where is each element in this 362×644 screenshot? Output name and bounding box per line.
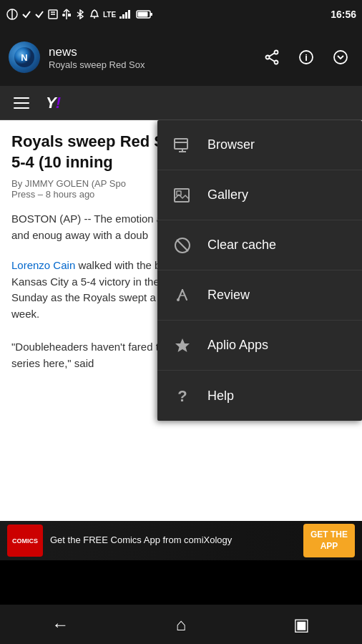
ad-button-line1: GET THE: [310, 530, 348, 541]
hamburger-line-2: [14, 102, 29, 104]
svg-rect-9: [68, 14, 71, 16]
app-name: news: [49, 45, 250, 59]
lte-badge: LTE: [103, 11, 116, 19]
menu-item-review[interactable]: Review: [157, 270, 362, 321]
svg-line-34: [177, 240, 188, 251]
svg-line-36: [182, 290, 187, 300]
check-icon-2: [34, 9, 44, 19]
file-icon: [47, 9, 59, 19]
usb-icon: [62, 9, 72, 20]
menu-label-browser: Browser: [207, 137, 255, 152]
menu-item-help[interactable]: ? Help: [157, 371, 362, 421]
review-icon: [172, 285, 193, 306]
menu-label-clear-cache: Clear cache: [207, 238, 276, 253]
svg-rect-28: [175, 139, 187, 149]
svg-text:i: i: [305, 52, 308, 63]
app-icon: N: [9, 42, 40, 73]
signal-icon: [6, 9, 19, 20]
svg-line-35: [178, 290, 182, 300]
signal-bars-icon: [119, 9, 133, 19]
menu-item-clear-cache[interactable]: Clear cache: [157, 220, 362, 270]
gallery-icon: [172, 185, 193, 206]
nav-bar: Y!: [0, 86, 362, 120]
ad-button-line2: APP: [310, 541, 348, 552]
browser-icon: [172, 135, 193, 156]
article-link-lorenzo[interactable]: Lorenzo Cain: [11, 259, 75, 271]
svg-rect-11: [119, 16, 122, 19]
svg-point-8: [62, 14, 65, 16]
svg-rect-14: [128, 10, 130, 19]
ad-banner[interactable]: COMICS Get the FREE Comics App from comi…: [0, 521, 362, 560]
hamburger-menu[interactable]: [9, 90, 34, 116]
aplio-apps-icon: [172, 335, 193, 356]
app-bar-actions: i: [259, 44, 353, 70]
check-icon-1: [21, 9, 31, 19]
status-bar: LTE 16:56: [0, 0, 362, 29]
svg-point-38: [177, 298, 180, 301]
yahoo-logo: Y!: [46, 94, 60, 112]
notification-icon: [89, 9, 100, 19]
bluetooth-icon: [74, 9, 86, 19]
menu-label-help: Help: [207, 389, 234, 404]
clear-cache-icon: [172, 235, 193, 256]
help-icon: ?: [172, 385, 193, 406]
svg-text:?: ?: [177, 387, 187, 405]
back-button[interactable]: ←: [39, 607, 82, 643]
status-icons-left: LTE: [6, 9, 153, 20]
hamburger-line-3: [14, 107, 29, 109]
svg-rect-17: [138, 12, 148, 17]
menu-item-gallery[interactable]: Gallery: [157, 170, 362, 220]
svg-text:N: N: [21, 52, 27, 63]
ad-cta-button[interactable]: GET THE APP: [303, 524, 355, 557]
svg-line-24: [269, 58, 274, 62]
svg-point-20: [275, 51, 278, 54]
share-button[interactable]: [259, 44, 285, 70]
menu-label-gallery: Gallery: [207, 187, 248, 203]
dropdown-menu: Browser Gallery Clear cache: [157, 120, 362, 421]
svg-rect-12: [122, 14, 124, 19]
ad-comics-icon: COMICS: [7, 525, 43, 557]
content-area: Royals sweep Red Sox5-4 (10 inning By JI…: [0, 120, 362, 521]
app-subtitle: Royals sweep Red Sox: [49, 59, 250, 70]
svg-line-23: [269, 53, 274, 57]
bottom-nav: ← ⌂ ▣: [0, 605, 362, 644]
svg-rect-16: [150, 13, 152, 16]
svg-marker-39: [175, 338, 190, 352]
home-button[interactable]: ⌂: [160, 607, 202, 643]
status-time: 16:56: [331, 9, 356, 20]
menu-item-aplio-apps[interactable]: Aplio Apps: [157, 321, 362, 371]
menu-item-browser[interactable]: Browser: [157, 120, 362, 170]
app-title-group: news Royals sweep Red Sox: [49, 45, 250, 70]
menu-label-aplio-apps: Aplio Apps: [207, 338, 268, 353]
ad-text: Get the FREE Comics App from comiXology: [50, 534, 296, 547]
info-button[interactable]: i: [293, 44, 319, 70]
ad-comics-label: COMICS: [12, 537, 38, 545]
svg-point-27: [334, 51, 347, 64]
svg-point-21: [266, 56, 270, 59]
more-button[interactable]: [328, 44, 353, 70]
svg-point-22: [275, 61, 278, 64]
menu-label-review: Review: [207, 288, 250, 303]
battery-icon: [136, 9, 153, 19]
hamburger-line-1: [14, 97, 29, 99]
svg-rect-13: [125, 12, 127, 19]
app-bar: N news Royals sweep Red Sox i: [0, 29, 362, 86]
recent-apps-button[interactable]: ▣: [280, 607, 323, 643]
